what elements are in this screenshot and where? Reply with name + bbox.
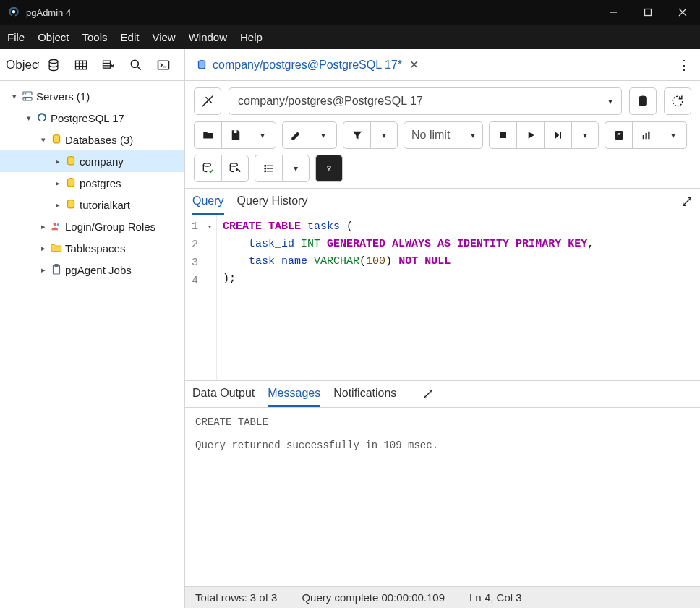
query-tool-tab[interactable]: company/postgres@PostgreSQL 17* ✕ — [191, 55, 426, 74]
explain-icon: E — [612, 129, 626, 142]
explain-button[interactable]: E — [605, 121, 632, 149]
object-tree[interactable]: ▾ Servers (1) ▾ PostgreSQL 17 ▾ Database… — [0, 81, 184, 608]
chevron-right-icon[interactable]: ▸ — [52, 157, 64, 166]
chevron-down-icon[interactable]: ▾ — [9, 92, 20, 101]
expand-editor-button[interactable] — [681, 189, 693, 215]
tab-messages[interactable]: Messages — [268, 381, 320, 407]
db-undo-icon — [228, 161, 242, 176]
window-minimize-button[interactable] — [596, 0, 631, 25]
chevron-down-icon[interactable]: ▾ — [38, 135, 49, 145]
connection-status-button[interactable] — [194, 87, 221, 115]
title-bar: pgAdmin 4 — [0, 0, 700, 25]
tab-query[interactable]: Query — [192, 189, 224, 215]
tab-data-output[interactable]: Data Output — [192, 381, 255, 407]
explain-dropdown[interactable]: ▾ — [660, 121, 687, 149]
tree-db-postgres[interactable]: ▸ postgres — [0, 172, 184, 194]
messages-output[interactable]: CREATE TABLE Query returned successfully… — [185, 408, 700, 586]
tab-query-history[interactable]: Query History — [237, 189, 308, 215]
code-area[interactable]: CREATE TABLE tasks ( task_id INT GENERAT… — [217, 215, 700, 380]
filter-button[interactable] — [343, 121, 370, 149]
object-explorer: Object ▾ Servers (1) — [0, 49, 185, 608]
connection-select[interactable]: company/postgres@PostgreSQL 17 ▾ — [229, 87, 622, 115]
tree-databases[interactable]: ▾ Databases (3) — [0, 129, 184, 150]
svg-rect-16 — [158, 61, 169, 69]
chevron-right-icon[interactable]: ▸ — [38, 222, 49, 231]
line-number: 3 — [192, 257, 198, 269]
svg-text:E: E — [617, 132, 621, 139]
help-button[interactable]: ? — [315, 155, 343, 182]
chevron-right-icon[interactable]: ▸ — [38, 244, 49, 253]
menu-help[interactable]: Help — [240, 31, 262, 43]
rollback-button[interactable] — [221, 155, 249, 182]
open-file-button[interactable] — [194, 121, 221, 149]
menu-file[interactable]: File — [7, 31, 25, 43]
database-icon — [64, 155, 78, 168]
chevron-down-icon[interactable]: ▾ — [23, 114, 35, 123]
editor-tabstrip: company/postgres@PostgreSQL 17* ✕ ⋮ — [185, 49, 700, 81]
filtered-rows-icon[interactable] — [95, 53, 121, 77]
save-file-button[interactable] — [221, 121, 249, 149]
database-icon — [636, 94, 650, 108]
tree-login-roles[interactable]: ▸ Login/Group Roles — [0, 215, 184, 237]
chevron-right-icon[interactable]: ▸ — [38, 265, 49, 275]
expand-output-button[interactable] — [422, 381, 434, 407]
svg-point-21 — [25, 98, 26, 100]
tree-tablespaces[interactable]: ▸ Tablespaces — [0, 237, 184, 259]
view-data-icon[interactable] — [68, 53, 94, 77]
tree-server[interactable]: ▾ PostgreSQL 17 — [0, 107, 184, 129]
tok: GENERATED ALWAYS AS IDENTITY PRIMARY KEY — [327, 238, 587, 250]
tree-db-tutorialkart[interactable]: ▸ tutorialkart — [0, 194, 184, 215]
commit-button[interactable] — [194, 155, 221, 182]
menu-tools[interactable]: Tools — [82, 31, 108, 43]
msg-line: CREATE TABLE — [195, 416, 268, 428]
chevron-down-icon: ▾ — [382, 130, 386, 140]
tree-pgagent-jobs[interactable]: ▸ pgAgent Jobs — [0, 259, 184, 281]
execute-options-button[interactable] — [544, 121, 571, 149]
chevron-right-icon[interactable]: ▸ — [52, 179, 64, 188]
chevron-down-icon: ▾ — [294, 163, 298, 174]
chevron-right-icon[interactable]: ▸ — [52, 200, 64, 210]
menu-bar: File Object Tools Edit View Window Help — [0, 25, 700, 49]
reset-layout-button[interactable] — [664, 87, 691, 115]
close-tab-button[interactable]: ✕ — [406, 58, 422, 72]
stop-button[interactable] — [489, 121, 516, 149]
psql-tool-icon[interactable] — [150, 53, 176, 77]
query-toolbar: ▾ ▾ ▾ No limit ▾ — [185, 121, 700, 188]
properties-icon[interactable] — [40, 53, 67, 77]
fold-icon[interactable]: ▾ — [205, 219, 212, 236]
window-maximize-button[interactable] — [631, 0, 665, 25]
tab-notifications[interactable]: Notifications — [333, 381, 396, 407]
svg-line-15 — [138, 67, 141, 69]
execute-button[interactable] — [516, 121, 544, 149]
row-limit-select[interactable]: No limit ▾ — [404, 121, 483, 149]
menu-object[interactable]: Object — [38, 31, 69, 43]
users-icon — [49, 220, 64, 233]
elephant-icon — [35, 111, 49, 124]
svg-rect-29 — [55, 265, 59, 267]
macros-dropdown[interactable]: ▾ — [282, 155, 310, 182]
edit-button[interactable] — [282, 121, 310, 149]
tok: tasks — [307, 220, 340, 233]
menu-window[interactable]: Window — [189, 31, 227, 43]
edit-dropdown[interactable]: ▾ — [310, 121, 337, 149]
line-gutter: 1 ▾ 2 ▾ 3 ▾ 4 ▾ — [185, 215, 217, 380]
connection-label: company/postgres@PostgreSQL 17 — [238, 95, 423, 108]
new-connection-button[interactable] — [629, 87, 657, 115]
tree-db-company[interactable]: ▸ company — [0, 150, 184, 172]
macros-button[interactable] — [255, 155, 282, 182]
explain-analyze-button[interactable] — [632, 121, 660, 149]
save-file-dropdown[interactable]: ▾ — [249, 121, 276, 149]
object-explorer-title: Object — [3, 58, 39, 72]
svg-point-27 — [57, 223, 59, 226]
search-icon[interactable] — [123, 53, 149, 77]
filter-dropdown[interactable]: ▾ — [370, 121, 398, 149]
tab-overflow-button[interactable]: ⋮ — [674, 57, 694, 73]
menu-edit[interactable]: Edit — [121, 31, 140, 43]
play-to-cursor-icon — [552, 129, 564, 141]
menu-view[interactable]: View — [152, 31, 175, 43]
filter-icon — [351, 129, 364, 142]
execute-dropdown[interactable]: ▾ — [571, 121, 599, 149]
sql-editor[interactable]: 1 ▾ 2 ▾ 3 ▾ 4 ▾ CREATE TABLE tasks ( tas… — [185, 215, 700, 380]
window-close-button[interactable] — [665, 0, 700, 25]
tree-servers[interactable]: ▾ Servers (1) — [0, 85, 184, 107]
